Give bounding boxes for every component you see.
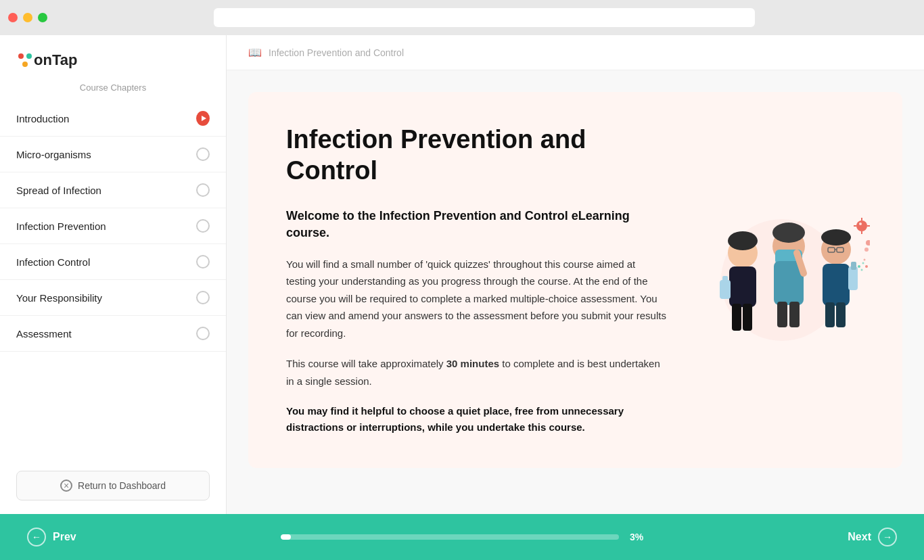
svg-point-5 xyxy=(728,231,758,250)
breadcrumb: Infection Prevention and Control xyxy=(269,47,404,58)
next-icon: → xyxy=(878,528,897,546)
svg-rect-9 xyxy=(720,280,731,299)
book-icon: 📖 xyxy=(248,46,262,59)
svg-point-28 xyxy=(858,265,860,268)
svg-point-38 xyxy=(859,223,862,225)
logo-on: on xyxy=(34,51,52,68)
chapter-item-assessment[interactable]: Assessment xyxy=(0,316,226,352)
minimize-dot[interactable] xyxy=(23,13,32,22)
chapter-item-infection-prevention[interactable]: Infection Prevention xyxy=(0,208,226,244)
logo-text: onTap xyxy=(34,51,77,69)
return-to-dashboard-button[interactable]: Return to Dashboard xyxy=(16,471,210,500)
chapter-label-infection-prevention: Infection Prevention xyxy=(16,220,106,232)
tip-text: You may find it helpful to choose a quie… xyxy=(286,403,667,436)
progress-bar-background xyxy=(281,534,619,540)
logo-icon xyxy=(16,51,34,69)
svg-point-33 xyxy=(856,220,867,231)
svg-point-30 xyxy=(861,269,863,271)
chapter-radio-assessment xyxy=(196,327,210,340)
svg-rect-26 xyxy=(848,266,858,290)
svg-point-40 xyxy=(864,248,869,252)
chapter-radio-introduction xyxy=(196,112,210,125)
chapter-item-infection-control[interactable]: Infection Control xyxy=(0,244,226,280)
progress-percent: 3% xyxy=(630,532,643,542)
chapter-list: Introduction Micro-organisms Spread of I… xyxy=(0,101,226,457)
svg-point-12 xyxy=(772,223,805,243)
content-card: Infection Prevention and Control Welcome… xyxy=(248,92,902,468)
body2-bold: 30 minutes xyxy=(446,358,499,369)
chapter-radio-infection-control xyxy=(196,255,210,269)
svg-rect-16 xyxy=(789,302,800,327)
app-body: onTap Course Chapters Introduction Micro… xyxy=(0,35,924,514)
body2-prefix: This course will take approximately xyxy=(286,358,446,369)
svg-point-1 xyxy=(26,53,32,59)
illustration xyxy=(694,124,870,436)
chapter-item-spread-of-infection[interactable]: Spread of Infection xyxy=(0,172,226,208)
course-chapters-label: Course Chapters xyxy=(0,83,226,101)
chapter-radio-spread-of-infection xyxy=(196,183,210,197)
svg-rect-15 xyxy=(777,302,787,327)
prev-icon: ← xyxy=(27,528,46,546)
welcome-text: Welcome to the Infection Prevention and … xyxy=(286,208,667,241)
svg-point-32 xyxy=(864,259,866,261)
svg-rect-7 xyxy=(732,304,741,331)
logo-area: onTap xyxy=(0,35,226,83)
svg-rect-10 xyxy=(722,276,728,283)
progress-bar-fill xyxy=(281,534,291,540)
svg-point-2 xyxy=(22,62,28,67)
prev-label: Prev xyxy=(53,531,76,543)
next-label: Next xyxy=(848,531,871,543)
chapter-item-introduction[interactable]: Introduction xyxy=(0,101,226,137)
svg-point-29 xyxy=(862,262,864,264)
content-text: Infection Prevention and Control Welcome… xyxy=(286,124,667,436)
body-text-1: You will find a small number of 'quick q… xyxy=(286,256,667,342)
next-button[interactable]: Next → xyxy=(829,528,897,546)
return-label: Return to Dashboard xyxy=(78,480,166,491)
content-area: 📖 Infection Prevention and Control Infec… xyxy=(227,35,924,514)
play-icon xyxy=(196,111,210,126)
svg-point-31 xyxy=(865,265,868,268)
title-bar xyxy=(0,0,924,35)
chapter-label-micro-organisms: Micro-organisms xyxy=(16,149,91,160)
progress-area: 3% xyxy=(95,532,829,542)
content-header: 📖 Infection Prevention and Control xyxy=(227,35,924,70)
close-dot[interactable] xyxy=(8,13,18,22)
return-icon xyxy=(60,480,72,492)
chapter-radio-infection-prevention xyxy=(196,219,210,233)
svg-point-39 xyxy=(866,240,870,246)
address-bar[interactable] xyxy=(214,8,755,27)
chapter-radio-micro-organisms xyxy=(196,147,210,161)
svg-rect-23 xyxy=(823,264,850,306)
svg-rect-25 xyxy=(836,302,846,327)
svg-rect-27 xyxy=(851,262,856,270)
sidebar: onTap Course Chapters Introduction Micro… xyxy=(0,35,227,514)
page-title: Infection Prevention and Control xyxy=(286,124,667,186)
chapter-label-introduction: Introduction xyxy=(16,113,69,124)
prev-button[interactable]: ← Prev xyxy=(27,528,95,546)
logo-tap: Tap xyxy=(52,51,77,68)
chapter-item-micro-organisms[interactable]: Micro-organisms xyxy=(0,137,226,172)
svg-point-0 xyxy=(18,53,24,59)
chapter-label-assessment: Assessment xyxy=(16,328,72,340)
bottom-nav: ← Prev 3% Next → xyxy=(0,514,924,560)
svg-rect-6 xyxy=(729,266,756,307)
main-content: Infection Prevention and Control Welcome… xyxy=(227,70,924,514)
illustration-svg xyxy=(694,206,870,354)
svg-point-19 xyxy=(821,229,851,246)
chapter-item-your-responsibility[interactable]: Your Responsibility xyxy=(0,280,226,316)
body-text-2: This course will take approximately 30 m… xyxy=(286,355,667,390)
svg-rect-8 xyxy=(743,304,752,331)
maximize-dot[interactable] xyxy=(38,13,47,22)
chapter-label-spread-of-infection: Spread of Infection xyxy=(16,185,101,196)
chapter-label-your-responsibility: Your Responsibility xyxy=(16,292,102,304)
chapter-radio-your-responsibility xyxy=(196,291,210,304)
chapter-label-infection-control: Infection Control xyxy=(16,256,90,268)
svg-rect-24 xyxy=(825,302,835,327)
